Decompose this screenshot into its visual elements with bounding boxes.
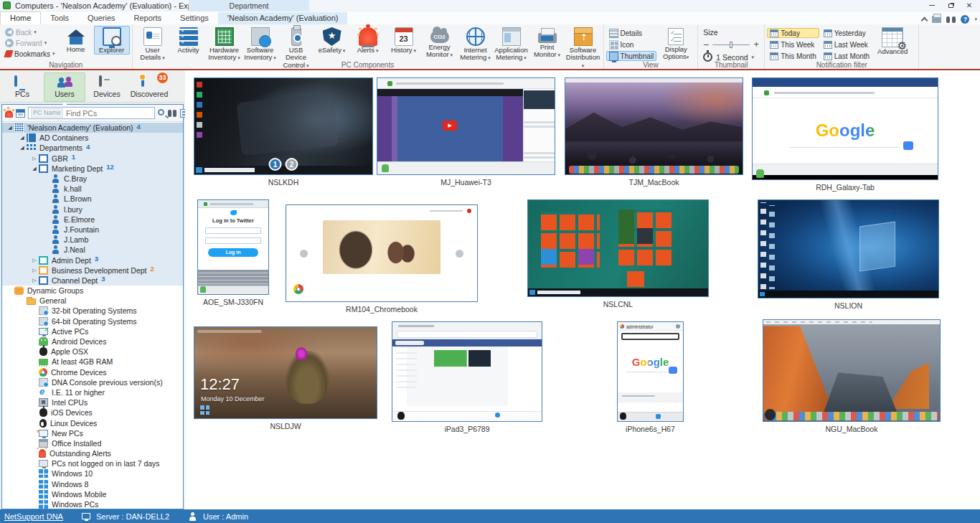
netsupport-dna-link[interactable]: NetSupport DNA [4, 512, 63, 521]
tree-item-windows-mobile[interactable]: Windows Mobile [2, 489, 183, 499]
tree-item-new-pcs[interactable]: New PCs [2, 428, 183, 438]
tree-item-k-hall[interactable]: k.hall [2, 184, 183, 194]
tree-item-j-neal[interactable]: J.Neal [2, 245, 183, 255]
tree-item-channel-dept[interactable]: ▷Channel Dept3 [2, 275, 183, 286]
pc-thumbnail-nsldjw[interactable]: 12:27Monday 10 DecemberNSLDJW [194, 326, 377, 430]
tree-item-dynamic-groups[interactable]: Dynamic Groups [2, 286, 183, 296]
tree-item-marketing-dept[interactable]: ◢Marketing Dept12 [2, 164, 183, 174]
pc-thumbnail-iphone6s-h67[interactable]: administratorGoogleiPhone6s_H67 [617, 321, 684, 433]
tree-item-c-bray[interactable]: C.Bray [2, 174, 183, 184]
filter-yesterday-button[interactable]: Yesterday [821, 28, 872, 38]
explorer-button[interactable]: Explorer [94, 26, 130, 55]
tree-item-business-development-dept[interactable]: ▷Business Development Dept2 [2, 265, 183, 275]
collapsed-arrow-icon[interactable]: ▷ [31, 278, 38, 283]
print-icon[interactable] [932, 16, 941, 23]
advanced-button[interactable]: Advanced [872, 26, 913, 56]
tree-item-ios-devices[interactable]: iOS Devices [2, 407, 183, 418]
icon-view-button[interactable]: Icon [606, 39, 657, 50]
pc-thumbnail-nslion[interactable]: NSLION [758, 199, 939, 310]
collapsed-arrow-icon[interactable]: ▷ [31, 258, 38, 263]
expanded-arrow-icon[interactable]: ◢ [31, 166, 38, 171]
tree-item-32-bit-operating-systems[interactable]: 32-bit Operating Systems [2, 306, 183, 316]
thumbnail-view-button[interactable]: Thumbnail [606, 51, 657, 61]
tree-item-at-least-4gb-ram[interactable]: At least 4GB RAM [2, 357, 183, 367]
tree-item-windows-10[interactable]: Windows 10 [2, 468, 183, 479]
expanded-arrow-icon[interactable]: ◢ [19, 135, 26, 141]
ribbon-tab-nealson-academy-evaluation[interactable]: 'Nealson Academy' (Evaluation) [218, 12, 348, 24]
tree-item-outstanding-alerts[interactable]: Outstanding Alerts [2, 448, 183, 458]
alerts-filter-icon[interactable] [5, 110, 13, 118]
size-minus-button[interactable]: – [703, 39, 709, 50]
tree-item-nealson-academy-evaluation[interactable]: ◢'Nealson Academy' (Evaluation)4 [2, 123, 183, 133]
tree-item-l-bury[interactable]: l.bury [2, 204, 183, 215]
ribbon-tab-reports[interactable]: Reports [125, 12, 171, 24]
filter-last-week-button[interactable]: Last Week [821, 39, 872, 50]
search-icon[interactable] [158, 109, 164, 116]
tree-item-j-lamb[interactable]: J.Lamb [2, 235, 183, 245]
tree-item-intel-cpus[interactable]: Intel CPUs [2, 397, 183, 407]
forward-button[interactable]: ▶ Forward▾ [2, 38, 58, 48]
home-button[interactable]: Home [58, 26, 94, 54]
search-box[interactable]: PC Name [28, 107, 155, 119]
filter-this-week-button[interactable]: This Week [767, 39, 819, 50]
details-view-button[interactable]: Details [606, 28, 657, 38]
pc-view-icon[interactable] [16, 109, 25, 118]
tree-item-active-pcs[interactable]: Active PCs [2, 326, 183, 336]
advanced-find-icon[interactable] [167, 108, 177, 118]
size-slider-thumb[interactable] [730, 42, 732, 48]
tree-item-windows-pcs[interactable]: Windows PCs [2, 499, 183, 509]
tree-item-dna-console-previous-version-s[interactable]: DNA Console previous version(s) [2, 377, 183, 387]
size-plus-button[interactable]: + [753, 39, 759, 50]
tree-item-chrome-devices[interactable]: Chrome Devices [2, 367, 183, 377]
minimize-button[interactable] [923, 0, 941, 11]
sidebar-tab-pcs[interactable]: PCs [1, 72, 43, 102]
filter-last-month-button[interactable]: Last Month [821, 51, 872, 61]
ribbon-tab-tools[interactable]: Tools [41, 12, 78, 24]
tree-item-admin-dept[interactable]: ▷Admin Dept3 [2, 255, 183, 265]
display-options-button[interactable]: Display Options▾ [656, 26, 695, 62]
tree-item-e-elmore[interactable]: E.Elmore [2, 215, 183, 225]
tree-item-64-bit-operating-systems[interactable]: 64-bit Operating Systems [2, 316, 183, 326]
ribbon-tab-queries[interactable]: Queries [78, 12, 125, 24]
collapsed-arrow-icon[interactable]: ▷ [31, 268, 38, 273]
help-dropdown-icon[interactable]: ▾ [974, 17, 977, 22]
tree-item-departments[interactable]: ◢Departments4 [2, 143, 183, 153]
filter-today-button[interactable]: Today [767, 28, 819, 38]
sidebar-tab-users[interactable]: Users [44, 72, 85, 102]
pc-thumbnail-nslcnl[interactable]: NSLCNL [527, 199, 709, 308]
restore-button[interactable] [941, 0, 960, 11]
find-icon[interactable] [946, 17, 956, 23]
pc-thumbnail-nslkdh[interactable]: 12NSLKDH [194, 77, 373, 187]
tree-item-l-brown[interactable]: L.Brown [2, 194, 183, 204]
pc-thumbnail-ngu-macbook[interactable]: NGU_MacBook [763, 319, 941, 433]
pc-thumbnail-rdh-galaxy-tab[interactable]: GoogleRDH_Galaxy-Tab [752, 77, 938, 192]
tree-item-apple-osx[interactable]: Apple OSX [2, 347, 183, 357]
collapse-ribbon-icon[interactable] [921, 17, 928, 24]
close-button[interactable]: ✕ [960, 0, 979, 11]
tree-item-gbr[interactable]: ▷GBR1 [2, 154, 183, 164]
pc-thumbnail-aoe-sm-j330fn[interactable]: Log in to TwitterLog inAOE_SM-J330FN [197, 199, 269, 306]
size-slider[interactable] [712, 44, 750, 45]
expanded-arrow-icon[interactable]: ◢ [6, 125, 14, 131]
expanded-arrow-icon[interactable]: ◢ [19, 145, 26, 151]
tree-item-android-devices[interactable]: Android Devices [2, 336, 183, 347]
search-input[interactable] [66, 109, 152, 118]
back-button[interactable]: ◀ Back▾ [2, 27, 58, 37]
pc-thumbnail-rm104-chromebook[interactable]: RM104_Chromebook [286, 204, 478, 314]
help-icon[interactable]: ? [961, 15, 969, 24]
sidebar-tab-discovered[interactable]: Discovered33 [128, 72, 170, 102]
tree-item-office-installed[interactable]: Office Installed [2, 438, 183, 448]
pc-thumbnail-ipad3-p6789[interactable]: iPad3_P6789 [392, 321, 542, 433]
tree-item-ad-containers[interactable]: ◢AD Containers [2, 133, 183, 143]
tree-item-pcs-not-logged-on-in-last-7-days[interactable]: PCs not logged on in last 7 days [2, 458, 183, 468]
tree-item-linux-devices[interactable]: Linux Devices [2, 418, 183, 428]
search-category[interactable]: PC Name [31, 108, 63, 118]
pc-thumbnail-tjm-macbook[interactable]: TJM_MacBook [565, 77, 743, 187]
collapsed-arrow-icon[interactable]: ▷ [31, 156, 38, 161]
filter-this-month-button[interactable]: This Month [767, 51, 819, 61]
pc-thumbnail-mj-huawei-t3[interactable]: MJ_Huawei-T3 [377, 77, 555, 187]
ribbon-tab-settings[interactable]: Settings [171, 12, 218, 24]
ribbon-tab-home[interactable]: Home [0, 11, 41, 24]
tree-item-i-e-11-or-higher[interactable]: I.E. 11 or higher [2, 387, 183, 397]
tree-item-j-fountain[interactable]: J.Fountain [2, 225, 183, 235]
